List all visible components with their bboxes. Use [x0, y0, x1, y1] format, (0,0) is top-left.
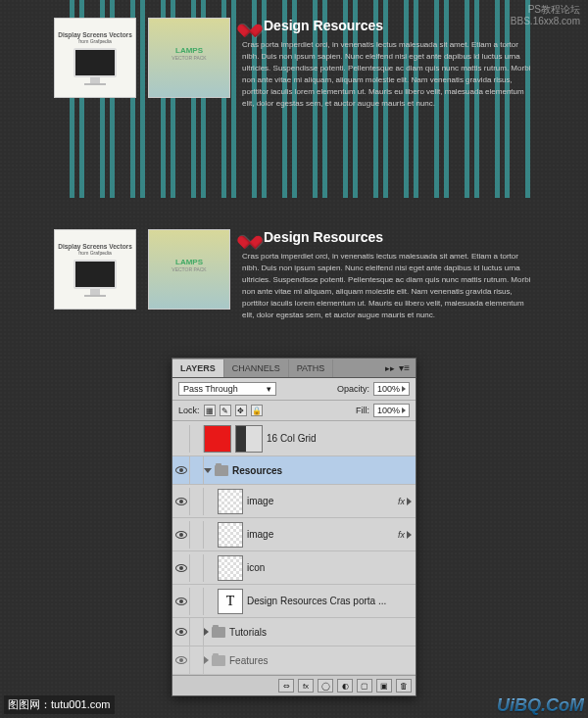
panel-footer: ⇔ fx ◯ ◐ ▢ ▣ 🗑: [172, 675, 416, 695]
thumb-lamps[interactable]: LAMPS VECTOR PACK: [148, 229, 230, 310]
visibility-toggle[interactable]: [172, 618, 190, 646]
blend-mode-select[interactable]: Pass Through ▾: [178, 382, 276, 396]
layer-thumbnail[interactable]: [218, 522, 243, 548]
layer-row-image-2[interactable]: image fx: [172, 518, 416, 551]
delete-layer-button[interactable]: 🗑: [396, 679, 412, 693]
visibility-toggle[interactable]: [172, 521, 190, 549]
new-group-button[interactable]: ▢: [357, 679, 372, 693]
layer-mask-button[interactable]: ◯: [318, 679, 333, 693]
eye-icon: [175, 598, 187, 605]
layer-name: image: [247, 529, 273, 540]
layer-effects-indicator[interactable]: fx: [398, 497, 412, 506]
layer-row-resources[interactable]: Resources: [172, 456, 416, 485]
eye-icon: [175, 628, 187, 636]
dropdown-icon: [402, 407, 406, 413]
link-col[interactable]: [190, 554, 204, 582]
layer-row-16-col-grid[interactable]: 16 Col Grid: [172, 421, 416, 456]
visibility-toggle[interactable]: [172, 646, 190, 674]
layer-row-text[interactable]: T Design Resources Cras porta ...: [172, 585, 416, 618]
eye-icon: [175, 656, 187, 664]
disclosure-triangle-icon[interactable]: [204, 656, 209, 664]
visibility-toggle[interactable]: [172, 425, 190, 453]
menu-icon: ▾≡: [399, 362, 410, 373]
layer-row-tutorials[interactable]: Tutorials: [172, 618, 416, 646]
section-body: Cras porta imperdiet orci, in venenatis …: [242, 251, 534, 321]
text-layer-thumbnail[interactable]: T: [218, 589, 243, 614]
lock-fill-row: Lock: ▦ ✎ ✥ 🔒 Fill: 100%: [172, 401, 416, 421]
link-col[interactable]: [190, 488, 204, 515]
fill-input[interactable]: 100%: [373, 404, 410, 417]
layer-name: Features: [229, 655, 268, 666]
resource-row: Display Screens Vectors from Grafpedia L…: [54, 229, 534, 321]
link-col[interactable]: [190, 646, 204, 674]
blend-mode-value: Pass Through: [183, 384, 238, 394]
lock-pixels-button[interactable]: ✎: [220, 405, 231, 416]
lock-label: Lock:: [178, 406, 200, 415]
thumb-display-screens[interactable]: Display Screens Vectors from Grafpedia: [54, 229, 136, 310]
new-layer-button[interactable]: ▣: [376, 679, 392, 693]
monitor-icon: [74, 48, 117, 77]
visibility-toggle[interactable]: [172, 488, 190, 515]
fill-label: Fill:: [356, 406, 369, 415]
link-col[interactable]: [190, 456, 204, 484]
thumb-subtitle: from Grafpedia: [78, 250, 111, 256]
design-resources-section-grid: Display Screens Vectors from Grafpedia L…: [0, 0, 588, 129]
layer-list: 16 Col Grid Resources image fx ima: [172, 421, 416, 675]
thumb-display-screens[interactable]: Display Screens Vectors from Grafpedia: [54, 18, 136, 98]
thumb-title: LAMPS: [175, 46, 203, 55]
layer-name: image: [247, 496, 273, 506]
heart-icon: [242, 230, 258, 244]
thumb-subtitle: from Grafpedia: [78, 38, 111, 44]
disclosure-triangle-icon[interactable]: [204, 628, 209, 636]
tab-layers[interactable]: LAYERS: [172, 359, 224, 377]
folder-icon: [212, 627, 225, 638]
link-col[interactable]: [190, 425, 204, 453]
dropdown-icon: [402, 386, 406, 392]
section-heading: Design Resources: [264, 18, 383, 33]
adjustment-layer-button[interactable]: ◐: [337, 679, 353, 693]
link-col[interactable]: [190, 618, 204, 646]
layer-thumbnail[interactable]: [204, 425, 231, 453]
eye-icon: [175, 564, 187, 572]
layer-name: icon: [247, 562, 265, 573]
layers-panel[interactable]: LAYERS CHANNELS PATHS ▸▸ ▾≡ Pass Through…: [172, 358, 416, 696]
disclosure-triangle-icon[interactable]: [204, 468, 212, 473]
layer-row-icon[interactable]: icon: [172, 551, 416, 585]
link-layers-button[interactable]: ⇔: [278, 679, 294, 693]
watermark-bottom-right: UiBQ.CoM: [497, 695, 584, 716]
link-col[interactable]: [190, 521, 204, 549]
layer-row-image-1[interactable]: image fx: [172, 485, 416, 518]
thumb-lamps[interactable]: LAMPS VECTOR PACK: [148, 18, 230, 98]
layer-thumbnail[interactable]: [218, 489, 243, 514]
link-col[interactable]: [190, 588, 204, 615]
blend-opacity-row: Pass Through ▾ Opacity: 100%: [172, 378, 416, 401]
text-block: Design Resources Cras porta imperdiet or…: [242, 229, 534, 321]
layer-name: Resources: [232, 465, 282, 476]
layer-style-button[interactable]: fx: [298, 679, 314, 693]
layer-thumbnail[interactable]: [218, 555, 243, 581]
lock-transparency-button[interactable]: ▦: [204, 405, 216, 416]
grid-guides: [0, 129, 588, 198]
resource-row: Display Screens Vectors from Grafpedia L…: [54, 18, 534, 110]
section-body: Cras porta imperdiet orci, in venenatis …: [242, 39, 534, 110]
visibility-toggle[interactable]: [172, 588, 190, 615]
visibility-toggle[interactable]: [172, 456, 190, 484]
lock-all-button[interactable]: 🔒: [251, 405, 263, 416]
layer-row-features[interactable]: Features: [172, 646, 416, 675]
opacity-input[interactable]: 100%: [373, 382, 410, 396]
lock-position-button[interactable]: ✥: [235, 405, 247, 416]
layer-name: 16 Col Grid: [267, 433, 317, 444]
thumb-title: Display Screens Vectors: [58, 31, 132, 38]
layer-name: Tutorials: [229, 627, 267, 638]
monitor-icon: [74, 260, 117, 289]
tab-channels[interactable]: CHANNELS: [224, 359, 289, 377]
type-icon: T: [219, 590, 242, 613]
watermark-bottom-left: 图图网：tutu001.com: [4, 695, 115, 714]
dropdown-icon: ▾: [267, 384, 271, 394]
panel-menu-button[interactable]: ▸▸ ▾≡: [379, 359, 416, 377]
layer-name: Design Resources Cras porta ...: [247, 596, 386, 606]
layer-effects-indicator[interactable]: fx: [398, 530, 412, 540]
layer-mask-thumbnail[interactable]: [235, 425, 263, 453]
visibility-toggle[interactable]: [172, 554, 190, 582]
tab-paths[interactable]: PATHS: [289, 359, 334, 377]
